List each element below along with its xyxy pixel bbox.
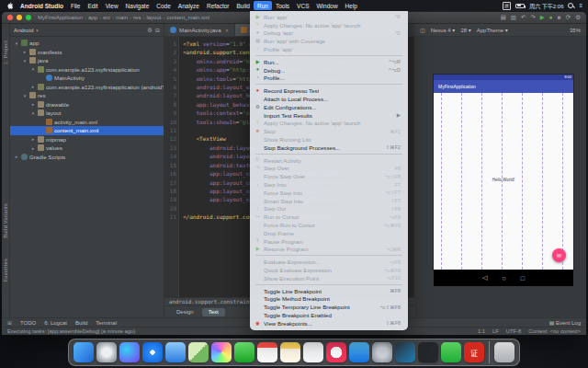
breadcrumb-item-myfirstapplication[interactable]: MyFirstApplication — [38, 15, 83, 20]
menu-item-pause-program[interactable]: ‖Pause Program — [250, 237, 408, 246]
gear-icon[interactable]: ⚙ — [147, 27, 153, 33]
editor-tab-mainactivity-java[interactable]: MainActivity.java✕ — [164, 24, 235, 36]
menu-item-toggle-temporary-line-breakpoint[interactable]: Toggle Temporary Line Breakpoint⌥⇧⌘F8 — [250, 303, 408, 311]
dock-icon-launchpad[interactable] — [96, 342, 117, 362]
toolwindow-button-favorites[interactable]: Favorites — [3, 259, 8, 282]
menu-item-toggle-breakpoint-enabled[interactable]: Toggle Breakpoint Enabled — [250, 311, 408, 319]
spotlight-icon[interactable] — [568, 3, 574, 9]
menu-item-evaluate-expression[interactable]: Evaluate Expression...⌥F8 — [250, 258, 408, 266]
menu-item-drop-frame[interactable]: Drop Frame — [250, 229, 408, 237]
settings-icon[interactable]: ⚙ — [575, 15, 581, 21]
menu-item-record-espresso-test[interactable]: ●Record Espresso Test — [250, 86, 408, 95]
menu-item-restart-activity[interactable]: ↻Restart Activity — [250, 156, 408, 165]
fab-button[interactable]: ✉ — [552, 248, 566, 262]
apple-menu-icon[interactable] — [6, 1, 15, 10]
phone-back-icon[interactable]: ◁ — [482, 274, 487, 282]
menu-item-run[interactable]: ▶Run...^⌥R — [250, 58, 408, 66]
toolwindow-switcher-icon[interactable]: ⊞ — [7, 319, 12, 326]
menubar-item-build[interactable]: Build — [233, 1, 254, 10]
design-surface-icon[interactable]: ◫ — [420, 27, 425, 33]
menu-item-force-step-into[interactable]: Force Step Into⌥⇧F7 — [250, 189, 408, 197]
input-method-icon[interactable]: 拼 — [503, 2, 511, 10]
tree-arrow-icon[interactable]: ▾ — [22, 58, 28, 63]
zoom-level[interactable]: 35% — [570, 28, 581, 33]
dock-icon-notes[interactable] — [280, 342, 300, 362]
undo-icon[interactable]: ↶ — [521, 15, 526, 21]
toolwindow-button-6-logcat[interactable]: 6: Logcat — [44, 320, 67, 326]
menu-item-quick-evaluate-expression[interactable]: Quick Evaluate Expression⌥⌘F8 — [250, 266, 408, 274]
tree-item-content-main-xml[interactable]: content_main.xml — [10, 126, 164, 135]
toolwindow-button-build[interactable]: Build — [75, 320, 87, 326]
menu-item-run-app[interactable]: ▶Run 'app'^R — [250, 13, 408, 21]
tree-item-activity-main-xml[interactable]: activity_main.xml — [10, 118, 164, 127]
menu-item-view-breakpoints[interactable]: ◉View Breakpoints...⇧⌘F8 — [250, 319, 408, 328]
theme-selector[interactable]: AppTheme ▾ — [477, 27, 508, 33]
menubar-item-window[interactable]: Window — [312, 1, 341, 10]
notification-center-icon[interactable]: ≡ — [579, 3, 582, 8]
menu-item-run-to-cursor[interactable]: ↦Run to Cursor⌥F9 — [250, 213, 408, 221]
dock-icon-wechat[interactable] — [441, 342, 461, 362]
dock-icon-calendar[interactable] — [257, 342, 277, 362]
tree-arrow-icon[interactable]: ▾ — [14, 40, 19, 46]
menubar-clock[interactable]: 周六 下午2:06 — [529, 2, 563, 10]
dock-icon-stock-app[interactable]: 证 — [464, 342, 484, 362]
menu-item-profile[interactable]: ◔Profile... — [250, 75, 408, 83]
breadcrumb-item-content-main-xml[interactable]: content_main.xml — [166, 15, 209, 20]
menubar-item-file[interactable]: File — [67, 1, 84, 10]
dock-icon-safari[interactable] — [142, 342, 163, 362]
project-view-selector[interactable]: Android — [14, 27, 33, 33]
breadcrumb-item-layout[interactable]: layout — [146, 15, 161, 20]
toolwindow-button-build-variants[interactable]: Build Variants — [3, 203, 8, 238]
dock-icon-trash[interactable] — [494, 342, 514, 362]
run-icon[interactable]: ▶ — [540, 15, 545, 21]
menu-item-resume-program[interactable]: ▶Resume Program⌥⌘R — [250, 246, 408, 254]
dock-icon-mail[interactable] — [165, 342, 186, 362]
statusbar-item-lf[interactable]: LF — [492, 328, 499, 334]
dock-icon-facetime[interactable] — [234, 342, 254, 362]
menu-item-force-step-over[interactable]: Force Step Over⌥⇧F8 — [250, 172, 408, 180]
breadcrumb-item-app[interactable]: app — [88, 15, 97, 20]
tree-item-drawable[interactable]: ▸drawable — [10, 100, 164, 109]
statusbar-item-utf-8[interactable]: UTF-8 — [506, 328, 521, 334]
breadcrumb-item-src[interactable]: src — [103, 15, 110, 20]
tree-arrow-icon[interactable]: ▾ — [30, 110, 36, 116]
collapse-all-icon[interactable]: ⊟ — [155, 27, 160, 33]
statusbar-item-1-1[interactable]: 1:1 — [478, 328, 485, 334]
tree-item-mainactivity[interactable]: MainActivity — [10, 74, 164, 83]
tree-arrow-icon[interactable]: ▸ — [14, 154, 19, 159]
dock-icon-photos[interactable] — [211, 342, 232, 362]
tree-item-manifests[interactable]: ▸manifests — [10, 48, 164, 57]
tree-item-res[interactable]: ▾res — [10, 91, 164, 100]
menubar-item-vcs[interactable]: VCS — [293, 1, 312, 10]
mode-tab-design[interactable]: Design — [170, 308, 200, 316]
stop-icon[interactable]: ■ — [558, 15, 561, 21]
tree-item-gradle-scripts[interactable]: ▸Gradle Scripts — [10, 153, 164, 162]
menu-item-attach-to-local-process[interactable]: Attach to Local Process... — [250, 95, 408, 103]
menu-item-apply-changes-no-active-app-launch[interactable]: ϟApply Changes: No active 'app' launch — [250, 120, 408, 128]
dock-icon-system-preferences[interactable] — [372, 342, 392, 362]
menu-item-profile-app[interactable]: ◔Profile 'app' — [250, 45, 408, 53]
menu-item-edit-configurations[interactable]: ⚙Edit Configurations... — [250, 103, 408, 111]
zoom-window-button[interactable] — [26, 15, 31, 20]
menu-item-show-running-list[interactable]: Show Running List — [250, 135, 408, 144]
dock-icon-app-store[interactable] — [349, 342, 369, 362]
debug-icon[interactable]: ● — [549, 15, 553, 21]
tree-item-layout[interactable]: ▾layout — [10, 109, 164, 118]
tree-item-java[interactable]: ▾java — [10, 56, 164, 65]
event-log-button[interactable]: ▤ Event Log — [549, 319, 581, 326]
menubar-item-edit[interactable]: Edit — [84, 1, 101, 10]
breadcrumb-item-main[interactable]: main — [116, 15, 128, 20]
redo-icon[interactable]: ↷ — [530, 15, 535, 21]
menubar-item-tools[interactable]: Tools — [272, 1, 293, 10]
close-window-button[interactable] — [7, 15, 13, 20]
save-icon[interactable]: ▥ — [511, 15, 516, 21]
tree-arrow-icon[interactable]: ▸ — [30, 101, 36, 107]
menu-item-step-out[interactable]: ↑Step Out⇧F8 — [250, 205, 408, 213]
api-selector[interactable]: 28 ▾ — [460, 27, 470, 33]
tree-item-com-example-a123-myfirstapplication-androidtest[interactable]: ▸com.example.a123.myfirstapplication (an… — [10, 83, 164, 92]
menu-item-show-execution-point[interactable]: Show Execution Point⌥F10 — [250, 274, 408, 282]
menu-item-toggle-method-breakpoint[interactable]: Toggle Method Breakpoint — [250, 295, 408, 304]
tree-arrow-icon[interactable]: ▸ — [30, 145, 36, 151]
menubar-item-code[interactable]: Code — [153, 1, 175, 10]
close-icon[interactable]: ✕ — [225, 28, 229, 33]
